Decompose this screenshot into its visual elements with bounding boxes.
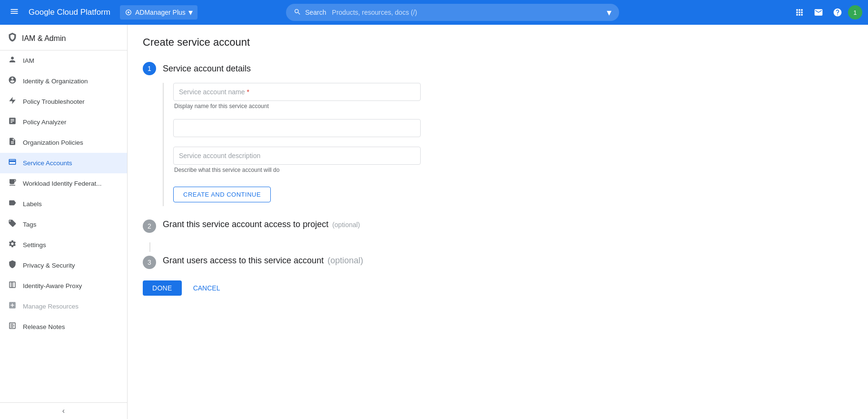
step2-body: Grant this service account access to pro… bbox=[163, 219, 853, 229]
manage-resources-icon bbox=[8, 301, 17, 312]
service-account-id-field bbox=[173, 119, 421, 137]
sidebar-item-org-policies[interactable]: Organization Policies bbox=[0, 132, 127, 153]
step1-header: 1 Service account details bbox=[143, 62, 853, 75]
sidebar-item-policy-analyzer[interactable]: Policy Analyzer bbox=[0, 112, 127, 132]
sidebar-collapse-button[interactable]: ‹ bbox=[0, 402, 127, 419]
sidebar-item-release-notes-label: Release Notes bbox=[23, 323, 65, 330]
identity-org-icon bbox=[8, 76, 17, 87]
sidebar-item-manage-resources-label: Manage Resources bbox=[23, 303, 79, 310]
help-icon[interactable] bbox=[829, 4, 846, 21]
step-connector-line bbox=[149, 242, 150, 252]
name-hint: Display name for this service account bbox=[173, 103, 421, 110]
main-content: Create service account 1 Service account… bbox=[128, 25, 868, 419]
sidebar-item-labels[interactable]: Labels bbox=[0, 194, 127, 214]
service-account-description-field: Service account description Describe wha… bbox=[173, 147, 421, 173]
org-policies-icon bbox=[8, 137, 17, 148]
release-notes-icon bbox=[8, 321, 17, 332]
sidebar-item-identity-org[interactable]: Identity & Organization bbox=[0, 71, 127, 91]
iam-admin-icon bbox=[8, 32, 17, 44]
policy-troubleshooter-icon bbox=[8, 96, 17, 107]
app-layout: IAM & Admin IAM Identity & Organization … bbox=[0, 25, 868, 419]
done-button[interactable]: DONE bbox=[143, 280, 182, 296]
step2-optional: (optional) bbox=[332, 221, 360, 229]
sidebar-item-release-notes[interactable]: Release Notes bbox=[0, 317, 127, 337]
identity-aware-proxy-icon bbox=[8, 280, 17, 291]
sidebar-item-org-policies-label: Organization Policies bbox=[23, 139, 83, 146]
sidebar-item-workload-identity-label: Workload Identity Federat... bbox=[23, 180, 102, 187]
step1-number: 1 bbox=[143, 62, 156, 75]
sidebar-item-iam[interactable]: IAM bbox=[0, 50, 127, 71]
step2-number: 2 bbox=[143, 219, 156, 233]
search-expand-icon[interactable]: ▾ bbox=[607, 7, 612, 18]
sidebar-item-policy-troubleshooter[interactable]: Policy Troubleshooter bbox=[0, 91, 127, 112]
sidebar-item-privacy-security-label: Privacy & Security bbox=[23, 262, 75, 269]
step1-title: Service account details bbox=[163, 64, 251, 74]
sidebar-item-service-accounts-label: Service Accounts bbox=[23, 160, 72, 167]
tags-icon bbox=[8, 219, 17, 230]
policy-analyzer-icon bbox=[8, 117, 17, 128]
step2-container: 2 Grant this service account access to p… bbox=[143, 219, 853, 233]
search-bar[interactable]: Search Products, resources, docs (/) ▾ bbox=[286, 4, 619, 21]
sidebar-item-identity-aware-proxy-label: Identity-Aware Proxy bbox=[23, 282, 82, 289]
service-account-id-input[interactable] bbox=[173, 119, 421, 137]
sidebar-item-policy-analyzer-label: Policy Analyzer bbox=[23, 119, 67, 126]
project-selector[interactable]: ADManager Plus ▾ bbox=[120, 5, 197, 20]
sidebar-item-tags-label: Tags bbox=[23, 221, 37, 228]
sidebar-item-iam-label: IAM bbox=[23, 57, 34, 64]
iam-icon bbox=[8, 55, 17, 66]
topbar-actions: 1 bbox=[791, 4, 862, 21]
create-and-continue-button[interactable]: CREATE AND CONTINUE bbox=[173, 187, 271, 202]
service-account-description-input[interactable] bbox=[173, 147, 421, 165]
sidebar-item-workload-identity[interactable]: Workload Identity Federat... bbox=[0, 173, 127, 194]
sidebar-header: IAM & Admin bbox=[0, 25, 127, 50]
search-label: Search bbox=[305, 9, 326, 16]
topbar: Google Cloud Platform ADManager Plus ▾ S… bbox=[0, 0, 868, 25]
sidebar-item-tags[interactable]: Tags bbox=[0, 214, 127, 235]
step3-number: 3 bbox=[143, 256, 156, 269]
settings-icon bbox=[8, 239, 17, 250]
sidebar-item-identity-org-label: Identity & Organization bbox=[23, 78, 88, 85]
step3-container: 3 Grant users access to this service acc… bbox=[143, 256, 853, 269]
labels-icon bbox=[8, 199, 17, 210]
service-account-name-input[interactable] bbox=[173, 83, 421, 101]
workload-identity-icon bbox=[8, 178, 17, 189]
project-name: ADManager Plus bbox=[135, 9, 186, 16]
step3-row: 3 Grant users access to this service acc… bbox=[143, 256, 853, 269]
mail-icon[interactable] bbox=[810, 4, 827, 21]
step2-title: Grant this service account access to pro… bbox=[163, 219, 328, 229]
sidebar-title: IAM & Admin bbox=[22, 34, 66, 43]
step1-container: 1 Service account details Service accoun… bbox=[143, 62, 853, 206]
sidebar-item-privacy-security[interactable]: Privacy & Security bbox=[0, 255, 127, 276]
service-accounts-icon bbox=[8, 158, 17, 169]
bottom-actions: DONE CANCEL bbox=[143, 280, 853, 296]
step3-body: Grant users access to this service accou… bbox=[163, 256, 853, 266]
step2-row: 2 Grant this service account access to p… bbox=[143, 219, 853, 233]
sidebar-item-manage-resources[interactable]: Manage Resources bbox=[0, 296, 127, 317]
description-hint: Describe what this service account will … bbox=[173, 167, 421, 173]
svg-point-1 bbox=[128, 11, 129, 13]
privacy-security-icon bbox=[8, 260, 17, 271]
hamburger-menu-icon[interactable] bbox=[6, 3, 23, 22]
sidebar-item-settings[interactable]: Settings bbox=[0, 235, 127, 255]
grid-icon[interactable] bbox=[791, 4, 808, 21]
cancel-button[interactable]: CANCEL bbox=[186, 280, 228, 296]
user-avatar[interactable]: 1 bbox=[848, 5, 862, 20]
sidebar-item-labels-label: Labels bbox=[23, 200, 42, 208]
step3-title: Grant users access to this service accou… bbox=[163, 256, 324, 266]
sidebar-item-policy-troubleshooter-label: Policy Troubleshooter bbox=[23, 98, 85, 105]
sidebar-item-settings-label: Settings bbox=[23, 241, 46, 249]
collapse-icon: ‹ bbox=[62, 407, 65, 415]
sidebar: IAM & Admin IAM Identity & Organization … bbox=[0, 25, 128, 419]
step1-content: Service account name * Display name for … bbox=[163, 83, 853, 206]
step3-optional: (optional) bbox=[327, 256, 363, 266]
sidebar-item-identity-aware-proxy[interactable]: Identity-Aware Proxy bbox=[0, 276, 127, 296]
search-icon bbox=[294, 8, 301, 17]
sidebar-item-service-accounts[interactable]: Service Accounts bbox=[0, 153, 127, 173]
project-chevron-icon: ▾ bbox=[188, 7, 193, 18]
app-logo: Google Cloud Platform bbox=[29, 8, 110, 17]
page-title: Create service account bbox=[143, 36, 853, 49]
service-account-name-field: Service account name * Display name for … bbox=[173, 83, 421, 110]
search-hint-text: Products, resources, docs (/) bbox=[332, 9, 603, 16]
